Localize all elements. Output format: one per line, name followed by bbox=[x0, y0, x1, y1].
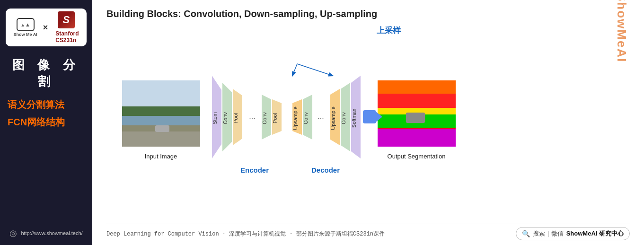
svg-rect-37 bbox=[378, 129, 456, 147]
stanford-name: Stanford bbox=[55, 30, 79, 37]
svg-text:Conv: Conv bbox=[303, 112, 309, 124]
svg-text:Softmax: Softmax bbox=[351, 108, 357, 128]
stanford-s-icon: S bbox=[58, 11, 75, 28]
svg-text:Input Image: Input Image bbox=[145, 153, 177, 160]
search-bar-label: 搜索｜微信 bbox=[533, 229, 564, 238]
upsample-label: 上采样 bbox=[377, 25, 401, 36]
svg-text:Pool: Pool bbox=[233, 113, 238, 123]
search-bar-brand: ShowMeAI 研究中心 bbox=[566, 229, 624, 238]
svg-rect-4 bbox=[122, 106, 200, 116]
svg-line-32 bbox=[292, 64, 297, 76]
diagram-area: 上采样 Input Image Stem Conv bbox=[106, 24, 630, 222]
sidebar-link-area: ◎ http://www.showmeai.tech/ bbox=[9, 223, 82, 238]
svg-rect-38 bbox=[406, 113, 425, 123]
svg-text:Conv: Conv bbox=[262, 112, 267, 124]
sidebar-title: 图 像 分 割 bbox=[6, 57, 87, 90]
search-icon: 🔍 bbox=[522, 230, 530, 237]
logo-area: ▲ Show Me AI × S Stanford CS231n bbox=[6, 9, 87, 46]
bottom-bar: Deep Learning for Computer Vision · 深度学习… bbox=[106, 224, 630, 240]
svg-text:Stem: Stem bbox=[212, 112, 218, 124]
showmeai-icon: ▲ bbox=[17, 18, 35, 31]
svg-text:Encoder: Encoder bbox=[240, 166, 269, 174]
svg-rect-5 bbox=[122, 131, 200, 147]
sidebar-link-text: http://www.showmeai.tech/ bbox=[21, 230, 82, 236]
x-divider: × bbox=[43, 23, 48, 33]
svg-line-33 bbox=[297, 64, 333, 76]
sidebar-subtitle2: FCN网络结构 bbox=[6, 116, 87, 129]
watermark-text: ShowMeAI bbox=[614, 0, 629, 63]
sidebar-subtitle1: 语义分割算法 bbox=[6, 98, 87, 111]
svg-text:Conv: Conv bbox=[222, 112, 228, 124]
svg-text:Conv: Conv bbox=[341, 112, 346, 124]
bottom-footer-text: Deep Learning for Computer Vision · 深度学习… bbox=[106, 230, 385, 238]
showmeai-text-label: Show Me AI bbox=[13, 32, 37, 37]
search-bar[interactable]: 🔍 搜索｜微信 ShowMeAI 研究中心 bbox=[516, 227, 630, 240]
svg-text:Pool: Pool bbox=[272, 113, 278, 123]
svg-text:Decoder: Decoder bbox=[311, 166, 340, 174]
svg-text:Output Segmentation: Output Segmentation bbox=[388, 153, 446, 160]
stanford-logo: S Stanford CS231n bbox=[53, 11, 79, 44]
svg-text:Upsample: Upsample bbox=[292, 106, 298, 130]
svg-rect-39 bbox=[378, 80, 456, 95]
svg-text:···: ··· bbox=[249, 114, 255, 122]
main-title: Building Blocks: Convolution, Down-sampl… bbox=[106, 9, 630, 19]
svg-rect-6 bbox=[155, 125, 169, 132]
svg-text:···: ··· bbox=[318, 114, 324, 122]
svg-rect-40 bbox=[378, 94, 456, 108]
showmeai-logo: ▲ Show Me AI bbox=[13, 18, 37, 37]
svg-rect-42 bbox=[363, 110, 376, 123]
main-content: Building Blocks: Convolution, Down-sampl… bbox=[92, 0, 644, 245]
diagram-svg: Input Image Stem Conv Pool ··· Conv Pool bbox=[117, 52, 619, 194]
svg-text:Upsample: Upsample bbox=[330, 106, 336, 130]
sidebar: ▲ Show Me AI × S Stanford CS231n 图 像 分 割… bbox=[0, 0, 92, 245]
stanford-text: Stanford CS231n bbox=[55, 30, 79, 44]
watermark-right: ShowMeAI bbox=[614, 0, 629, 123]
link-icon: ◎ bbox=[9, 228, 17, 238]
stanford-course: CS231n bbox=[55, 37, 76, 44]
